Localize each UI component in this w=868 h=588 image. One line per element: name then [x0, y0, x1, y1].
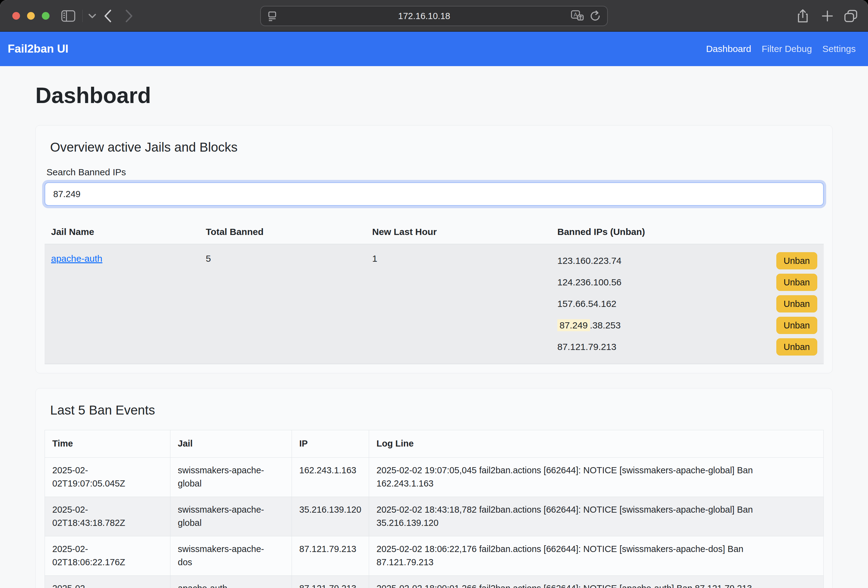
plus-icon	[821, 10, 834, 22]
banned-ip-address: 123.160.223.74	[557, 256, 621, 266]
ip-text: 87.121.79.213	[557, 342, 616, 352]
total-banned-value: 5	[199, 244, 366, 364]
ip-rest: .38.253	[590, 320, 621, 330]
banned-ip-row: 124.236.100.56 Unban	[557, 271, 817, 293]
event-row: 2025-02-02T18:00:01.266Z apache-auth 87.…	[45, 575, 824, 588]
event-ip: 35.216.139.120	[299, 503, 362, 517]
ip-text: 124.236.100.56	[557, 277, 621, 287]
banned-ip-address: 87.121.79.213	[557, 342, 616, 352]
close-window-button[interactable]	[12, 12, 20, 20]
overview-card: Overview active Jails and Blocks Search …	[35, 125, 833, 373]
banned-ip-row: 87.121.79.213 Unban	[557, 336, 817, 358]
event-jail: swissmakers-apache-dos	[178, 542, 276, 569]
unban-button[interactable]: Unban	[776, 295, 817, 312]
col-header-total-banned: Total Banned	[199, 220, 366, 244]
traffic-lights	[12, 12, 50, 20]
ban-events-card-title: Last 5 Ban Events	[50, 403, 824, 418]
new-tab-button[interactable]	[818, 0, 837, 32]
jails-table: Jail Name Total Banned New Last Hour Ban…	[44, 220, 824, 364]
event-log-line: 2025-02-02 18:06:22,176 fail2ban.actions…	[376, 542, 802, 569]
event-jail: swissmakers-apache-global	[178, 464, 276, 491]
unban-button[interactable]: Unban	[776, 317, 817, 334]
back-chevron-icon	[104, 10, 112, 22]
event-row: 2025-02-02T18:06:22.176Z swissmakers-apa…	[45, 536, 824, 575]
share-button[interactable]	[794, 0, 812, 32]
col-header-ip: IP	[292, 430, 369, 458]
event-time: 2025-02-02T18:00:01.266Z	[52, 582, 154, 588]
banned-ip-row: 157.66.54.162 Unban	[557, 293, 817, 315]
ban-events-table: Time Jail IP Log Line 2025-02-02T19:07:0…	[44, 430, 824, 588]
col-header-time: Time	[45, 430, 170, 458]
col-header-jail-name: Jail Name	[44, 220, 199, 244]
forward-chevron-icon	[125, 10, 133, 22]
banned-ip-address: 157.66.54.162	[557, 299, 616, 309]
zoom-window-button[interactable]	[42, 12, 50, 20]
jails-table-header: Jail Name Total Banned New Last Hour Ban…	[44, 220, 824, 244]
sidebar-menu-button[interactable]	[86, 0, 99, 32]
app-navbar: Fail2ban UI Dashboard Filter Debug Setti…	[0, 32, 868, 66]
jail-name-link[interactable]: apache-auth	[51, 253, 102, 264]
ip-text: 123.160.223.74	[557, 256, 621, 266]
banned-ip-address: 87.249.38.253	[557, 320, 621, 331]
event-log-line: 2025-02-02 18:00:01,266 fail2ban.actions…	[376, 582, 802, 588]
sidebar-toggle-button[interactable]	[60, 0, 76, 32]
event-jail: apache-auth	[178, 582, 276, 588]
minimize-window-button[interactable]	[27, 12, 35, 20]
address-bar[interactable]: 172.16.10.18 A	[260, 6, 608, 26]
ip-highlight: 87.249	[557, 319, 590, 331]
event-ip: 162.243.1.163	[299, 464, 362, 477]
overview-card-title: Overview active Jails and Blocks	[50, 140, 824, 155]
event-log-line: 2025-02-02 19:07:05,045 fail2ban.actions…	[376, 464, 802, 491]
search-banned-ips-label: Search Banned IPs	[46, 167, 824, 177]
nav-link-settings[interactable]: Settings	[822, 44, 856, 54]
unban-button[interactable]: Unban	[776, 338, 817, 355]
jail-row: apache-auth 5 1 123.160.223.74 Unban 124…	[44, 244, 824, 364]
ban-events-card: Last 5 Ban Events Time Jail IP Log Line …	[35, 388, 833, 588]
event-log-line: 2025-02-02 18:43:18,782 fail2ban.actions…	[376, 503, 802, 530]
event-ip: 87.121.79.213	[299, 582, 362, 588]
app-brand[interactable]: Fail2ban UI	[8, 43, 68, 55]
nav-link-dashboard[interactable]: Dashboard	[706, 44, 751, 54]
page-title: Dashboard	[35, 83, 833, 108]
banned-ip-address: 124.236.100.56	[557, 277, 621, 287]
chevron-down-icon	[88, 13, 96, 18]
events-header-row: Time Jail IP Log Line	[45, 430, 824, 458]
event-jail: swissmakers-apache-global	[178, 503, 276, 530]
banned-ips-list: 123.160.223.74 Unban 124.236.100.56 Unba…	[551, 244, 824, 364]
site-settings-icon[interactable]	[267, 11, 278, 21]
sidebar-icon	[61, 10, 75, 22]
col-header-new-last-hour: New Last Hour	[366, 220, 551, 244]
new-last-hour-value: 1	[366, 244, 551, 364]
forward-button[interactable]	[120, 0, 139, 32]
event-ip: 87.121.79.213	[299, 542, 362, 556]
unban-button[interactable]: Unban	[776, 252, 817, 270]
browser-window: 172.16.10.18 A	[0, 0, 868, 588]
translate-icon[interactable]: A	[571, 10, 584, 22]
tab-overview-button[interactable]	[841, 0, 860, 32]
banned-ip-row: 123.160.223.74 Unban	[557, 250, 817, 271]
col-header-banned-ips: Banned IPs (Unban)	[551, 220, 824, 244]
event-row: 2025-02-02T18:43:18.782Z swissmakers-apa…	[45, 497, 824, 536]
event-time: 2025-02-02T19:07:05.045Z	[52, 464, 154, 491]
banned-ip-row: 87.249.38.253 Unban	[557, 315, 817, 336]
event-time: 2025-02-02T18:43:18.782Z	[52, 503, 154, 530]
col-header-log-line: Log Line	[369, 430, 824, 458]
titlebar-divider	[83, 10, 83, 22]
event-row: 2025-02-02T19:07:05.045Z swissmakers-apa…	[45, 457, 824, 497]
tabs-icon	[844, 9, 858, 23]
unban-button[interactable]: Unban	[776, 274, 817, 291]
nav-link-filter-debug[interactable]: Filter Debug	[762, 44, 812, 54]
col-header-jail: Jail	[170, 430, 292, 458]
svg-text:A: A	[574, 12, 577, 18]
url-text: 172.16.10.18	[278, 11, 571, 21]
page-content: Dashboard Overview active Jails and Bloc…	[0, 83, 868, 588]
share-icon	[797, 9, 808, 23]
event-time: 2025-02-02T18:06:22.176Z	[52, 542, 154, 569]
ip-text: 157.66.54.162	[557, 299, 616, 309]
reload-icon[interactable]	[589, 10, 601, 22]
back-button[interactable]	[99, 0, 117, 32]
browser-titlebar: 172.16.10.18 A	[0, 0, 868, 32]
search-banned-ips-input[interactable]	[44, 182, 824, 206]
